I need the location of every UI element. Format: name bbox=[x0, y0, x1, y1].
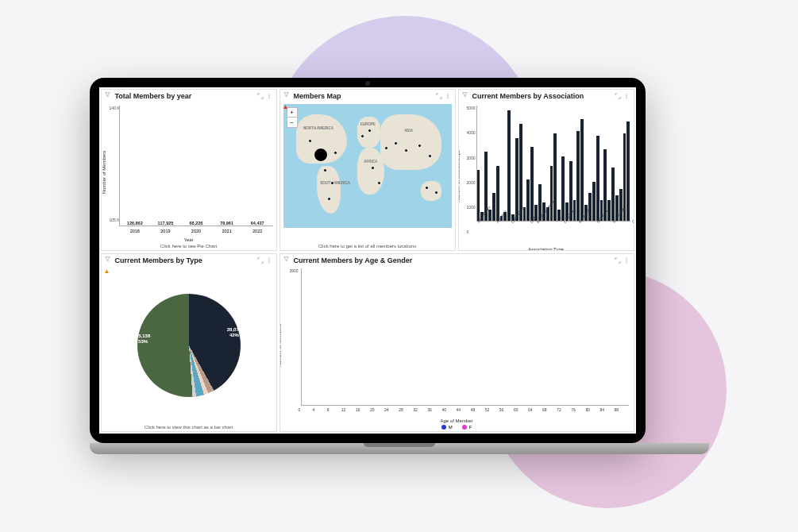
svg-point-8 bbox=[626, 97, 626, 98]
pie-slice-label: 35,13853% bbox=[136, 333, 150, 345]
svg-point-10 bbox=[268, 260, 269, 260]
filter-icon[interactable] bbox=[105, 92, 110, 98]
map-marker[interactable] bbox=[308, 139, 312, 143]
svg-point-13 bbox=[626, 260, 626, 260]
map-list-link[interactable]: Click here to get a list of all members … bbox=[280, 242, 455, 250]
bar-chart: Number of Memberships 500040003000200010… bbox=[459, 102, 634, 250]
filter-icon[interactable] bbox=[462, 92, 468, 98]
map-marker[interactable] bbox=[360, 134, 364, 138]
svg-point-0 bbox=[268, 93, 269, 94]
svg-point-9 bbox=[268, 258, 269, 259]
widget-title: Total Members by year bbox=[115, 92, 192, 100]
dashboard-screen: Total Members by year Number of Members … bbox=[99, 87, 636, 434]
chart-toggle-link[interactable]: Click here to see Pie Chart bbox=[102, 242, 276, 250]
svg-point-12 bbox=[626, 258, 626, 259]
svg-point-3 bbox=[447, 93, 448, 94]
y-axis-label: Number of Memberships bbox=[458, 150, 461, 202]
pie-slice-label: 28,07342% bbox=[227, 327, 241, 338]
zoom-out-button[interactable]: − bbox=[287, 118, 297, 127]
svg-point-2 bbox=[268, 97, 269, 98]
laptop-mockup: Total Members by year Number of Members … bbox=[90, 78, 709, 454]
x-axis-label: Age of Member bbox=[280, 418, 634, 423]
x-axis-label: Association Type bbox=[459, 247, 634, 251]
svg-point-7 bbox=[626, 95, 626, 96]
y-axis-label: Number of Members bbox=[279, 323, 282, 367]
filter-icon[interactable] bbox=[105, 256, 110, 262]
expand-icon[interactable] bbox=[436, 93, 442, 100]
svg-point-1 bbox=[268, 95, 269, 96]
map-marker[interactable] bbox=[377, 181, 381, 185]
chart-legend: M F bbox=[280, 423, 634, 431]
svg-point-11 bbox=[268, 262, 269, 263]
x-axis-label: Year bbox=[102, 237, 276, 242]
widget-members-by-association: Current Members by Association Number of… bbox=[458, 89, 634, 251]
legend-item-f[interactable]: F bbox=[462, 425, 472, 430]
widget-title: Members Map bbox=[294, 92, 341, 100]
expand-icon[interactable] bbox=[615, 257, 621, 264]
expand-icon[interactable] bbox=[257, 93, 264, 100]
more-icon[interactable] bbox=[623, 257, 630, 264]
widget-members-by-year: Total Members by year Number of Members … bbox=[101, 89, 277, 251]
widget-title: Current Members by Association bbox=[472, 92, 584, 100]
pie-chart: 28,07342% 35,13853% bbox=[102, 267, 276, 423]
more-icon[interactable] bbox=[445, 93, 451, 100]
map-marker[interactable] bbox=[314, 148, 328, 162]
map-marker[interactable] bbox=[394, 141, 398, 145]
filter-icon[interactable] bbox=[283, 92, 289, 98]
svg-point-14 bbox=[626, 262, 626, 263]
svg-point-6 bbox=[626, 93, 626, 94]
expand-icon[interactable] bbox=[615, 93, 621, 100]
widget-title: Current Members by Type bbox=[115, 256, 202, 264]
map-marker[interactable] bbox=[428, 154, 432, 158]
map-marker[interactable] bbox=[404, 148, 408, 152]
more-icon[interactable] bbox=[266, 93, 272, 100]
alert-icon: ▲ bbox=[104, 268, 110, 275]
expand-icon[interactable] bbox=[257, 257, 264, 264]
widget-members-by-age-gender: Current Members by Age & Gender Number o… bbox=[279, 253, 634, 432]
widget-members-by-type: ▲ Current Members by Type 28,07342% bbox=[101, 253, 277, 432]
svg-point-4 bbox=[447, 95, 448, 96]
map-marker[interactable] bbox=[418, 144, 422, 148]
alert-icon: ▲ bbox=[283, 103, 289, 110]
more-icon[interactable] bbox=[623, 93, 630, 100]
widget-members-map: ▲ Members Map bbox=[279, 89, 456, 251]
bar-chart: Number of Members 140 K 105 K 126,862201… bbox=[102, 102, 276, 242]
map[interactable]: NORTH AMERICA SOUTH AMERICA EUROPE AFRIC… bbox=[280, 102, 455, 242]
filter-icon[interactable] bbox=[283, 256, 289, 262]
y-axis-label: Number of Members bbox=[102, 151, 106, 195]
more-icon[interactable] bbox=[266, 257, 272, 264]
chart-toggle-link[interactable]: Click here to view this chart as a bar c… bbox=[102, 423, 276, 431]
svg-point-5 bbox=[447, 97, 448, 98]
widget-title: Current Members by Age & Gender bbox=[294, 256, 413, 264]
stacked-bar-chart: Number of Members 3900 04812162024283236… bbox=[280, 267, 634, 423]
legend-item-m[interactable]: M bbox=[441, 425, 453, 430]
